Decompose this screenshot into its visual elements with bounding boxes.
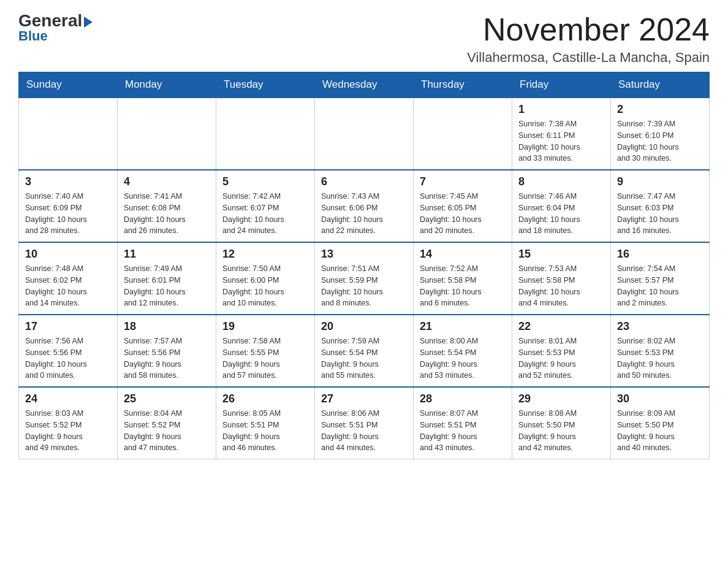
day-info: Sunrise: 7:47 AM Sunset: 6:03 PM Dayligh… <box>617 191 703 237</box>
calendar-cell: 18Sunrise: 7:57 AM Sunset: 5:56 PM Dayli… <box>118 315 216 387</box>
day-number: 28 <box>420 393 506 405</box>
calendar-cell <box>315 98 414 170</box>
day-number: 22 <box>518 320 604 333</box>
day-info: Sunrise: 8:09 AM Sunset: 5:50 PM Dayligh… <box>617 408 703 454</box>
day-number: 20 <box>321 320 407 333</box>
day-number: 27 <box>321 393 407 405</box>
title-section: November 2024 Villahermosa, Castille-La … <box>467 12 710 66</box>
calendar-cell: 12Sunrise: 7:50 AM Sunset: 6:00 PM Dayli… <box>216 242 315 315</box>
day-number: 26 <box>222 393 308 405</box>
calendar-table: Sunday Monday Tuesday Wednesday Thursday… <box>18 72 710 459</box>
page-header: General Blue November 2024 Villahermosa,… <box>18 12 710 66</box>
calendar-cell <box>216 98 315 170</box>
month-title: November 2024 <box>467 12 710 47</box>
day-info: Sunrise: 8:05 AM Sunset: 5:51 PM Dayligh… <box>222 408 308 454</box>
week-row-2: 3Sunrise: 7:40 AM Sunset: 6:09 PM Daylig… <box>19 170 710 242</box>
week-row-1: 1Sunrise: 7:38 AM Sunset: 6:11 PM Daylig… <box>19 98 710 170</box>
calendar-cell: 11Sunrise: 7:49 AM Sunset: 6:01 PM Dayli… <box>118 242 216 315</box>
calendar-cell: 15Sunrise: 7:53 AM Sunset: 5:58 PM Dayli… <box>512 242 611 315</box>
day-number: 6 <box>321 175 407 188</box>
day-info: Sunrise: 7:59 AM Sunset: 5:54 PM Dayligh… <box>321 335 407 381</box>
day-number: 23 <box>617 320 703 333</box>
day-info: Sunrise: 7:38 AM Sunset: 6:11 PM Dayligh… <box>518 118 604 164</box>
day-info: Sunrise: 7:51 AM Sunset: 5:59 PM Dayligh… <box>321 263 407 309</box>
day-info: Sunrise: 8:04 AM Sunset: 5:52 PM Dayligh… <box>124 408 210 454</box>
calendar-cell: 13Sunrise: 7:51 AM Sunset: 5:59 PM Dayli… <box>315 242 414 315</box>
day-info: Sunrise: 7:57 AM Sunset: 5:56 PM Dayligh… <box>124 335 210 381</box>
day-number: 14 <box>420 248 506 261</box>
day-number: 5 <box>222 175 308 188</box>
day-number: 25 <box>124 393 210 405</box>
day-info: Sunrise: 7:56 AM Sunset: 5:56 PM Dayligh… <box>25 335 111 381</box>
day-number: 4 <box>124 175 210 188</box>
calendar-cell: 28Sunrise: 8:07 AM Sunset: 5:51 PM Dayli… <box>414 387 512 459</box>
calendar-cell: 2Sunrise: 7:39 AM Sunset: 6:10 PM Daylig… <box>611 98 710 170</box>
calendar-cell: 30Sunrise: 8:09 AM Sunset: 5:50 PM Dayli… <box>611 387 710 459</box>
day-info: Sunrise: 7:48 AM Sunset: 6:02 PM Dayligh… <box>25 263 111 309</box>
day-info: Sunrise: 8:02 AM Sunset: 5:53 PM Dayligh… <box>617 335 703 381</box>
logo-blue: Blue <box>18 28 48 44</box>
calendar-header-row: Sunday Monday Tuesday Wednesday Thursday… <box>19 72 710 98</box>
day-info: Sunrise: 7:39 AM Sunset: 6:10 PM Dayligh… <box>617 118 703 164</box>
day-info: Sunrise: 8:01 AM Sunset: 5:53 PM Dayligh… <box>518 335 604 381</box>
col-monday: Monday <box>118 72 216 98</box>
day-number: 18 <box>124 320 210 333</box>
day-info: Sunrise: 8:03 AM Sunset: 5:52 PM Dayligh… <box>25 408 111 454</box>
day-info: Sunrise: 7:49 AM Sunset: 6:01 PM Dayligh… <box>124 263 210 309</box>
calendar-cell: 10Sunrise: 7:48 AM Sunset: 6:02 PM Dayli… <box>19 242 118 315</box>
day-number: 7 <box>420 175 506 188</box>
day-number: 15 <box>518 248 604 261</box>
calendar-cell: 16Sunrise: 7:54 AM Sunset: 5:57 PM Dayli… <box>611 242 710 315</box>
calendar-cell: 22Sunrise: 8:01 AM Sunset: 5:53 PM Dayli… <box>512 315 611 387</box>
day-number: 1 <box>518 103 604 116</box>
calendar-cell: 7Sunrise: 7:45 AM Sunset: 6:05 PM Daylig… <box>414 170 512 242</box>
calendar-cell: 8Sunrise: 7:46 AM Sunset: 6:04 PM Daylig… <box>512 170 611 242</box>
calendar-cell <box>118 98 216 170</box>
day-info: Sunrise: 7:52 AM Sunset: 5:58 PM Dayligh… <box>420 263 506 309</box>
day-info: Sunrise: 8:00 AM Sunset: 5:54 PM Dayligh… <box>420 335 506 381</box>
day-number: 17 <box>25 320 111 333</box>
week-row-4: 17Sunrise: 7:56 AM Sunset: 5:56 PM Dayli… <box>19 315 710 387</box>
calendar-cell: 27Sunrise: 8:06 AM Sunset: 5:51 PM Dayli… <box>315 387 414 459</box>
col-thursday: Thursday <box>414 72 512 98</box>
day-number: 19 <box>222 320 308 333</box>
calendar-cell: 21Sunrise: 8:00 AM Sunset: 5:54 PM Dayli… <box>414 315 512 387</box>
calendar-cell: 17Sunrise: 7:56 AM Sunset: 5:56 PM Dayli… <box>19 315 118 387</box>
calendar-cell: 5Sunrise: 7:42 AM Sunset: 6:07 PM Daylig… <box>216 170 315 242</box>
day-info: Sunrise: 7:50 AM Sunset: 6:00 PM Dayligh… <box>222 263 308 309</box>
calendar-cell: 24Sunrise: 8:03 AM Sunset: 5:52 PM Dayli… <box>19 387 118 459</box>
day-number: 13 <box>321 248 407 261</box>
day-number: 2 <box>617 103 703 116</box>
col-friday: Friday <box>512 72 611 98</box>
day-info: Sunrise: 7:43 AM Sunset: 6:06 PM Dayligh… <box>321 191 407 237</box>
calendar-cell: 1Sunrise: 7:38 AM Sunset: 6:11 PM Daylig… <box>512 98 611 170</box>
calendar-cell: 19Sunrise: 7:58 AM Sunset: 5:55 PM Dayli… <box>216 315 315 387</box>
week-row-3: 10Sunrise: 7:48 AM Sunset: 6:02 PM Dayli… <box>19 242 710 315</box>
calendar-cell: 25Sunrise: 8:04 AM Sunset: 5:52 PM Dayli… <box>118 387 216 459</box>
calendar-cell: 3Sunrise: 7:40 AM Sunset: 6:09 PM Daylig… <box>19 170 118 242</box>
day-number: 24 <box>25 393 111 405</box>
day-info: Sunrise: 8:06 AM Sunset: 5:51 PM Dayligh… <box>321 408 407 454</box>
col-sunday: Sunday <box>19 72 118 98</box>
location-subtitle: Villahermosa, Castille-La Mancha, Spain <box>467 50 710 66</box>
calendar-cell: 29Sunrise: 8:08 AM Sunset: 5:50 PM Dayli… <box>512 387 611 459</box>
day-number: 11 <box>124 248 210 261</box>
day-info: Sunrise: 7:42 AM Sunset: 6:07 PM Dayligh… <box>222 191 308 237</box>
calendar-cell: 14Sunrise: 7:52 AM Sunset: 5:58 PM Dayli… <box>414 242 512 315</box>
day-number: 30 <box>617 393 703 405</box>
calendar-cell: 6Sunrise: 7:43 AM Sunset: 6:06 PM Daylig… <box>315 170 414 242</box>
day-info: Sunrise: 7:45 AM Sunset: 6:05 PM Dayligh… <box>420 191 506 237</box>
day-info: Sunrise: 7:53 AM Sunset: 5:58 PM Dayligh… <box>518 263 604 309</box>
week-row-5: 24Sunrise: 8:03 AM Sunset: 5:52 PM Dayli… <box>19 387 710 459</box>
day-number: 10 <box>25 248 111 261</box>
calendar-cell: 23Sunrise: 8:02 AM Sunset: 5:53 PM Dayli… <box>611 315 710 387</box>
calendar-cell: 9Sunrise: 7:47 AM Sunset: 6:03 PM Daylig… <box>611 170 710 242</box>
calendar-cell <box>19 98 118 170</box>
day-number: 9 <box>617 175 703 188</box>
day-number: 21 <box>420 320 506 333</box>
col-saturday: Saturday <box>611 72 710 98</box>
day-info: Sunrise: 7:58 AM Sunset: 5:55 PM Dayligh… <box>222 335 308 381</box>
calendar-cell <box>414 98 512 170</box>
day-number: 3 <box>25 175 111 188</box>
day-info: Sunrise: 7:54 AM Sunset: 5:57 PM Dayligh… <box>617 263 703 309</box>
